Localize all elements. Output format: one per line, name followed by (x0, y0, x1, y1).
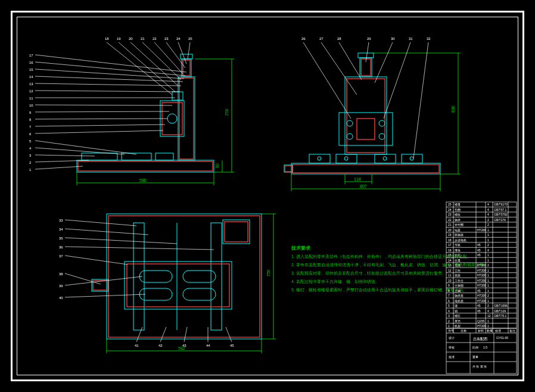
svg-line-41 (142, 42, 181, 80)
svg-point-52 (318, 157, 321, 160)
callout: 39 (59, 284, 63, 288)
bom-cell: HT200 (477, 263, 486, 267)
tb-lbl: 批准 (449, 355, 455, 359)
svg-line-38 (107, 42, 172, 95)
svg-line-37 (35, 55, 186, 72)
svg-rect-66 (358, 53, 374, 58)
dim-front-width: 580 (139, 178, 147, 182)
bom-cell: 14 (448, 259, 452, 262)
svg-rect-56 (345, 77, 387, 154)
svg-line-45 (188, 42, 190, 59)
svg-line-25 (35, 141, 136, 154)
svg-line-115 (160, 327, 166, 342)
bom-cell: 1 (487, 324, 489, 328)
svg-line-26 (35, 130, 163, 133)
bom-cell: 丝杠 (455, 253, 461, 257)
callout: 43 (182, 344, 186, 347)
bom-cell: HT200 (477, 284, 486, 287)
bom-cell: 1 (487, 299, 489, 303)
bom-hdr: 材料 (477, 329, 484, 332)
bom-cell: 螺母 (455, 203, 461, 206)
callout: 5 (29, 139, 32, 143)
tb-lbl: 设计 (449, 336, 455, 340)
callout: 34 (59, 228, 63, 231)
bom-cell: 4 (487, 309, 489, 313)
callout: 1 (29, 168, 32, 172)
bom-cell: 1 (448, 324, 450, 328)
tb-lbl: 审核 (449, 346, 455, 349)
bom-cell: GB/T97.1 (494, 208, 507, 211)
svg-line-112 (65, 276, 142, 285)
bom-cell: 机架 (455, 324, 461, 328)
bom-cell: 11 (448, 273, 452, 277)
title-block: 25螺母4GB/T617024垫圈4GB/T97.123螺栓4GB/T57822… (446, 202, 517, 374)
svg-rect-95 (223, 220, 250, 244)
bom-cell: 1 (487, 259, 489, 262)
bom-hdr: 名称 (461, 329, 466, 332)
bom-cell: 导轨 (455, 243, 461, 247)
callout: 9 (29, 111, 32, 114)
callout: 7 (29, 125, 32, 129)
bom-cell: 联轴器 (455, 233, 464, 237)
bom-cell: 4 (487, 248, 489, 252)
bom-cell: 轴承 (455, 218, 461, 222)
bom-cell: 12 (448, 269, 452, 272)
callout: 31 (409, 37, 413, 41)
bom-cell: 1 (487, 279, 489, 282)
svg-rect-68 (285, 166, 292, 172)
callout: 12 (29, 89, 33, 93)
svg-rect-12 (181, 54, 192, 59)
svg-rect-85 (107, 214, 262, 339)
cad-drawing-frame: 580 700 80 (0, 0, 535, 392)
svg-rect-4 (155, 153, 173, 160)
svg-line-28 (35, 119, 167, 119)
dim-side-width: 807 (360, 184, 367, 188)
bom-cell: 轴承座 (455, 294, 464, 297)
drawing-svg: 580 700 80 (17, 17, 518, 375)
callout: 38 (59, 272, 63, 276)
bom-cell: 4 (487, 208, 489, 211)
bom-cell: 工作台 (455, 279, 464, 282)
callout: 44 (206, 344, 210, 347)
svg-line-27 (35, 125, 165, 126)
bom-cell: 9 (448, 284, 450, 287)
bom-cell: 1 (487, 253, 489, 257)
bom-cell: 22 (448, 218, 452, 222)
tb-title: 总装配图 (472, 337, 487, 341)
note-line: 5. 螺钉、螺栓和螺母紧固时，严禁打击或使用不合适的旋具和扳手，紧固后螺钉槽、螺… (291, 288, 467, 293)
bom-cell: 1 (487, 273, 489, 277)
bom-cell: 45 (477, 289, 481, 293)
svg-point-55 (410, 157, 413, 160)
dim-front-base: 80 (215, 163, 219, 168)
bom-cell: 4 (487, 203, 489, 206)
bom-cell: 45 (477, 309, 481, 313)
bom-cell: 20 (448, 228, 452, 232)
callout: 27 (319, 37, 324, 41)
title-main: 总装配图 GY01-00 设计 审核 批准 比例 1:5 重量 共 张 第 张 (446, 333, 517, 374)
svg-point-60 (379, 120, 385, 126)
bom-cell: 罩壳 (455, 319, 461, 323)
callout: 29 (367, 37, 371, 41)
callout: 15 (29, 68, 33, 71)
tb-lbl: 重量 (472, 355, 478, 359)
dim-top-height: 750 (266, 269, 270, 276)
svg-rect-1 (78, 161, 213, 171)
bom-cell: 24 (448, 208, 452, 211)
callout: 45 (230, 344, 234, 347)
callout: 6 (29, 132, 32, 136)
bom-cell: 螺钉 (455, 314, 461, 318)
bom-cell: 2 (487, 223, 489, 226)
svg-line-114 (136, 327, 142, 342)
bom-cell: 7 (448, 294, 450, 297)
svg-line-39 (119, 42, 175, 92)
callout: 10 (29, 104, 33, 107)
bom-cell: 45 (477, 248, 481, 252)
bom-cell: 1 (487, 228, 489, 232)
bom-cell: 19 (448, 233, 452, 237)
svg-rect-2 (82, 153, 117, 160)
svg-line-111 (65, 273, 101, 284)
bom-cell: 2 (487, 294, 489, 297)
bom-cell: 45 (477, 304, 481, 307)
side-view: 807 114 830 (284, 37, 461, 191)
svg-line-23 (35, 155, 95, 156)
